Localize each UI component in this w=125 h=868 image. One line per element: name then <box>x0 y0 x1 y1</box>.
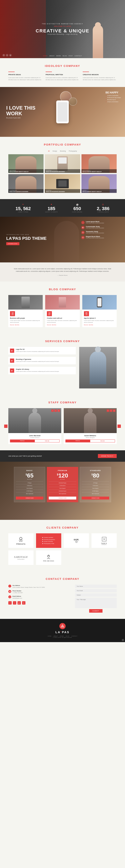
blog-readmore-1[interactable]: READ MORE <box>10 324 41 326</box>
staff-gp-icon-2[interactable]: g <box>113 409 116 412</box>
staff-social-1[interactable]: f t g <box>51 409 60 412</box>
filter-design[interactable]: Design <box>52 150 57 152</box>
portfolio-item-3[interactable]: PHOTOGRAPHY REVOLUTIONARY IDENTITY MADE … <box>81 154 117 173</box>
blog-card-1[interactable]: 18 APR Business with people Lorem ipsum … <box>8 295 43 327</box>
stat-label-4: Typical Days <box>97 211 109 213</box>
staff-social-2[interactable]: f t g <box>107 409 116 412</box>
staff-profile-btn-2[interactable]: PROFILE <box>66 439 90 442</box>
price-period-premium: per month <box>49 478 76 480</box>
portfolio-item-1[interactable]: WEB DESIGN REVOLUTIONARY IDENTITY MADE U… <box>8 154 44 173</box>
filter-photo[interactable]: Photography <box>69 150 77 152</box>
lapas-feature-title-3: Tonometric Study <box>86 231 104 232</box>
portfolio-filter[interactable]: All Design Branding Photography <box>8 150 117 152</box>
staff-name-2: Sarah Williams <box>66 435 115 437</box>
footer-nav-contact[interactable]: CONTACT <box>72 636 77 637</box>
portfolio-item-2[interactable]: BRANDING MADE FOR PASSIONATE DESIGNERS <box>45 154 80 173</box>
staff-fb-icon-1[interactable]: f <box>51 409 54 412</box>
stat-number-1: 15, 562 <box>16 206 31 211</box>
lapas-feature-1: ♪ Lorem Ipsum Music Lorem ipsum dolor si… <box>81 221 119 224</box>
pricing-btn-basic[interactable]: ORDER NOW <box>16 497 43 499</box>
footer-nav-home[interactable]: HOME <box>48 636 51 637</box>
ideology-section-title: IDEOLOGY COMPANY <box>8 64 117 67</box>
contact-tw-icon[interactable]: t <box>13 601 16 604</box>
ideology-desc-3: Lorem ipsum dolor sit amet, consectetur … <box>83 77 117 81</box>
filter-all[interactable]: All <box>48 150 50 152</box>
nav-contact[interactable]: CONTACT <box>75 55 82 57</box>
feature-basic-5: SEO Optimized <box>16 492 43 495</box>
client-featured-text: ▶ Creative portfolio ▶ Amazing typograph… <box>42 537 55 545</box>
clients-section-title: CLIENTS COMPANY <box>8 526 117 529</box>
staff-carousel: ‹ f t g John Marshall <box>8 408 117 444</box>
hero-section: THE DISTINCTIVE MARKETING AGENCY WELCOME… <box>0 0 125 58</box>
price-basic: $65 <box>16 473 43 478</box>
lapas-features: ♪ Lorem Ipsum Music Lorem ipsum dolor si… <box>81 221 119 241</box>
blog-card-2[interactable]: 22 MAY Creative work with art Lorem ipsu… <box>45 295 80 327</box>
clients-grid: PREDATA ▶ Creative portfolio ▶ Amazing t… <box>8 533 117 565</box>
blog-title-3: App for iphone X <box>84 317 115 319</box>
contact-fb-icon[interactable]: f <box>8 601 12 604</box>
stat-number-4: 2, 386 <box>97 206 109 211</box>
filter-branding[interactable]: Branding <box>60 150 66 152</box>
pricing-btn-premium[interactable]: ORDER NOW <box>49 497 76 499</box>
cta-button[interactable]: GRAB PACK!!! <box>98 454 117 458</box>
staff-tw-icon-2[interactable]: t <box>110 409 112 412</box>
nav-post[interactable]: POST <box>69 55 73 57</box>
form-name-input[interactable] <box>75 585 117 588</box>
contact-in-icon[interactable]: in <box>22 601 25 604</box>
social-twitter-icon[interactable]: t <box>6 54 8 57</box>
portfolio-item-6[interactable]: DESIGN REVOLUTIONARY IDENTITY MADE UP <box>81 174 117 193</box>
service-item-3: ▶ Graphic UX Library Lorem ipsum dolor s… <box>8 367 76 374</box>
staff-img-1: f t g <box>8 408 61 433</box>
blog-readmore-3[interactable]: READ MORE <box>84 324 115 326</box>
ideology-divider-2 <box>46 72 52 72</box>
social-google-icon[interactable]: g <box>9 54 12 57</box>
blog-readmore-2[interactable]: READ MORE <box>47 324 78 326</box>
staff-prev-arrow[interactable]: ‹ <box>4 425 7 428</box>
hero-social-icons[interactable]: f t g <box>2 54 12 57</box>
staff-gp-icon-1[interactable]: g <box>57 409 60 412</box>
staff-hire-btn-2[interactable]: HIRE ME <box>90 439 115 442</box>
lapas-download-btn[interactable]: DOWNLOAD <box>6 242 19 245</box>
hero-navigation[interactable]: HOME ABOUT WORK BLOG POST CONTACT <box>43 55 82 57</box>
hero-title: CREATIVE & UNIQUE <box>35 28 89 33</box>
pricing-btn-standard[interactable]: ORDER NOW <box>82 497 109 499</box>
nav-about[interactable]: ABOUT <box>49 55 55 57</box>
ideology-desc-1: Lorem ipsum dolor sit amet, consectetur … <box>8 77 42 81</box>
nav-work[interactable]: WORK <box>56 55 61 57</box>
blog-card-3[interactable]: 05 JUN App for iphone X Lorem ipsum dolo… <box>82 295 117 327</box>
nav-blog[interactable]: BLOG <box>63 55 67 57</box>
testimonial-text: Nulla malesuada iaculis leo. Lorem ipsum… <box>12 268 112 273</box>
staff-fb-icon-2[interactable]: f <box>107 409 109 412</box>
social-facebook-icon[interactable]: f <box>2 54 5 57</box>
lapas-title: LA'PAS PSD THEME <box>6 236 47 241</box>
sabotage-sub: EXCELLENCE <box>14 559 28 560</box>
pi-title-2: MADE FOR PASSIONATE DESIGNERS <box>46 171 79 172</box>
feature-basic-4: 10 GB Space <box>16 490 43 492</box>
stat-icon-1: ✏ <box>16 203 31 206</box>
feature-premium-5: SEO Optimized <box>49 492 76 495</box>
form-email-input[interactable] <box>75 589 117 592</box>
predata-emblem <box>18 536 24 543</box>
portfolio-item-5[interactable]: BRANDING MADE FOR PASSIONATE DESIGNERS <box>45 174 80 193</box>
lapas-content: INTRODUCING THE NEW LA'PAS PSD THEME DOW… <box>6 234 47 245</box>
staff-next-arrow[interactable]: › <box>118 425 121 428</box>
form-message-input[interactable] <box>75 598 117 608</box>
staff-hire-btn-1[interactable]: HIRE ME <box>34 439 59 442</box>
address-title: Our Address <box>12 585 45 587</box>
staff-tw-icon-1[interactable]: t <box>54 409 57 412</box>
nav-home[interactable]: HOME <box>43 55 48 57</box>
plan-name-premium: PREMIUM <box>49 470 76 471</box>
pricing-content: BASIC $65 per month 5 Pages 3 Revisions … <box>0 462 125 507</box>
hero-subtitle: Corporate Branding • Logo Building <box>35 34 89 35</box>
form-subject-input[interactable] <box>75 593 117 597</box>
portfolio-item-4[interactable]: ILLUSTRATION MADE FOR PASSIONATE DESIGNE… <box>8 174 44 193</box>
contact-gp-icon[interactable]: g+ <box>18 601 21 604</box>
stat-icon-4: ◎ <box>97 203 109 206</box>
staff-section: STAFF COMPANY ‹ f t g <box>0 395 125 450</box>
form-submit-btn[interactable]: SUBMIT <box>89 609 102 613</box>
contact-phone-item: ☎ Phone Number +1 (555) 123-4567 <box>8 590 71 594</box>
lapas-feature-2: ▶ Customizable Study Lorem ipsum dolor s… <box>81 226 119 229</box>
stat-item-3: ☕ 650 Cups Drunk <box>72 203 82 213</box>
staff-profile-btn-1[interactable]: PROFILE <box>10 439 34 442</box>
contact-social-icons[interactable]: f t g+ in <box>8 601 71 604</box>
